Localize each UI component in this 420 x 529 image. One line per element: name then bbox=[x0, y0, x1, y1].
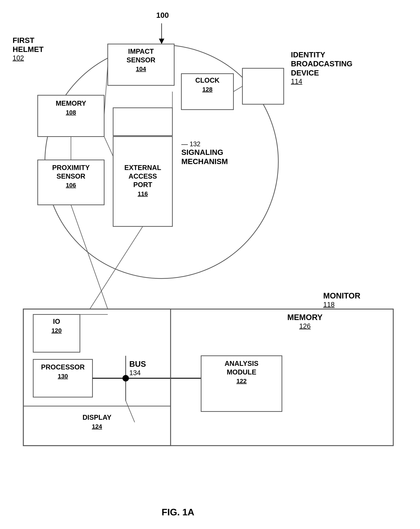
clock-text: CLOCK bbox=[182, 76, 232, 85]
memory-helmet-num: 108 bbox=[39, 108, 102, 116]
svg-line-13 bbox=[104, 137, 113, 156]
clock-label: CLOCK 128 bbox=[181, 74, 233, 94]
impact-sensor-num: 104 bbox=[110, 65, 172, 73]
identity-text: IDENTITYBROADCASTINGDEVICE bbox=[291, 50, 353, 78]
memory-monitor-label: MEMORY 126 bbox=[287, 313, 322, 330]
proximity-sensor-label: PROXIMITYSENSOR 106 bbox=[38, 160, 104, 190]
processor-text: PROCESSOR bbox=[34, 363, 92, 371]
svg-marker-2 bbox=[159, 39, 164, 44]
clock-num: 128 bbox=[182, 86, 232, 93]
analysis-text: ANALYSISMODULE bbox=[202, 359, 281, 376]
diagram: 100 FIRSTHELMET 102 IMPACTSENSOR 104 CLO… bbox=[0, 0, 420, 529]
impact-sensor-text: IMPACTSENSOR bbox=[110, 47, 172, 64]
external-access-label: EXTERNALACCESSPORT 116 bbox=[113, 162, 172, 198]
display-num: 124 bbox=[36, 423, 158, 430]
memory-monitor-text: MEMORY bbox=[287, 313, 322, 322]
display-label: DISPLAY 124 bbox=[36, 413, 158, 430]
svg-line-15 bbox=[71, 205, 108, 309]
first-helmet-num: 102 bbox=[13, 54, 44, 62]
proximity-text: PROXIMITYSENSOR bbox=[38, 163, 103, 181]
memory-helmet-label: MEMORY 108 bbox=[38, 95, 104, 118]
signaling-label: — 132 SIGNALINGMECHANISM bbox=[181, 140, 228, 166]
svg-rect-5 bbox=[242, 68, 284, 104]
svg-line-11 bbox=[233, 86, 242, 92]
figure-label: FIG. 1A bbox=[162, 507, 194, 517]
processor-num: 130 bbox=[34, 372, 92, 380]
signaling-text: SIGNALINGMECHANISM bbox=[181, 148, 228, 166]
memory-helmet-text: MEMORY bbox=[39, 99, 102, 108]
io-label: IO 120 bbox=[33, 315, 80, 335]
analysis-num: 122 bbox=[202, 377, 281, 385]
memory-monitor-num: 126 bbox=[287, 322, 322, 331]
analysis-module-label: ANALYSISMODULE 122 bbox=[201, 356, 282, 386]
identity-num: 114 bbox=[291, 78, 353, 86]
identity-broadcasting-label: IDENTITYBROADCASTINGDEVICE 114 bbox=[291, 50, 353, 86]
arrow-label-100: 100 bbox=[156, 11, 169, 20]
monitor-num: 118 bbox=[323, 301, 360, 309]
first-helmet-text: FIRSTHELMET bbox=[13, 36, 44, 54]
io-num: 120 bbox=[34, 327, 79, 334]
bus-num: 134 bbox=[129, 369, 146, 377]
io-text: IO bbox=[34, 317, 79, 326]
external-num: 116 bbox=[114, 190, 171, 198]
svg-line-16 bbox=[90, 226, 143, 309]
svg-line-10 bbox=[104, 65, 108, 116]
monitor-label: MONITOR 118 bbox=[323, 291, 360, 309]
impact-sensor-label: IMPACTSENSOR 104 bbox=[108, 44, 174, 75]
svg-rect-9 bbox=[113, 108, 172, 136]
proximity-num: 106 bbox=[38, 181, 103, 189]
external-text: EXTERNALACCESSPORT bbox=[114, 163, 171, 189]
bus-text: BUS bbox=[129, 359, 146, 369]
first-helmet-label: FIRSTHELMET 102 bbox=[13, 36, 44, 62]
signaling-num: — 132 bbox=[181, 140, 228, 148]
bus-label: BUS 134 bbox=[129, 359, 146, 377]
processor-label: PROCESSOR 130 bbox=[33, 359, 92, 381]
monitor-text: MONITOR bbox=[323, 291, 360, 301]
display-text: DISPLAY bbox=[36, 413, 158, 422]
